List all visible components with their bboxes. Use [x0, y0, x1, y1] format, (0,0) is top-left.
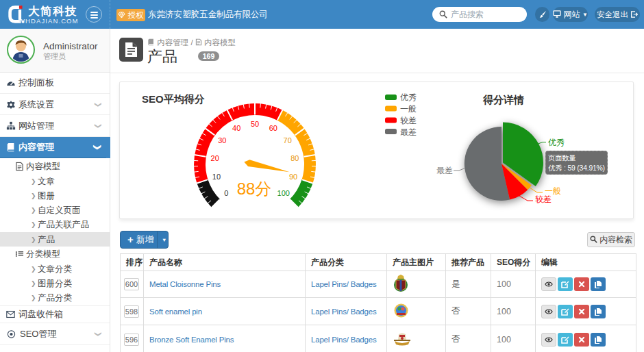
svg-text:一般: 一般 [400, 104, 417, 114]
svg-text:20: 20 [211, 154, 219, 162]
svg-text:较差: 较差 [535, 194, 552, 204]
svg-text:10: 10 [212, 173, 221, 181]
svg-text:0: 0 [224, 189, 228, 197]
svg-text:88分: 88分 [237, 179, 272, 198]
svg-text:优秀: 优秀 [400, 92, 417, 102]
svg-text:90: 90 [289, 173, 297, 181]
svg-text:较差: 较差 [400, 116, 417, 125]
svg-text:最差: 最差 [400, 127, 417, 137]
svg-text:40: 40 [232, 124, 240, 132]
svg-text:30: 30 [218, 136, 226, 144]
svg-text:优秀: 优秀 [548, 138, 565, 147]
svg-text:100: 100 [277, 189, 290, 197]
svg-text:最差: 最差 [436, 166, 453, 175]
svg-text:80: 80 [290, 154, 299, 162]
svg-text:50: 50 [251, 120, 259, 128]
svg-text:70: 70 [284, 136, 292, 144]
svg-text:60: 60 [269, 124, 277, 132]
